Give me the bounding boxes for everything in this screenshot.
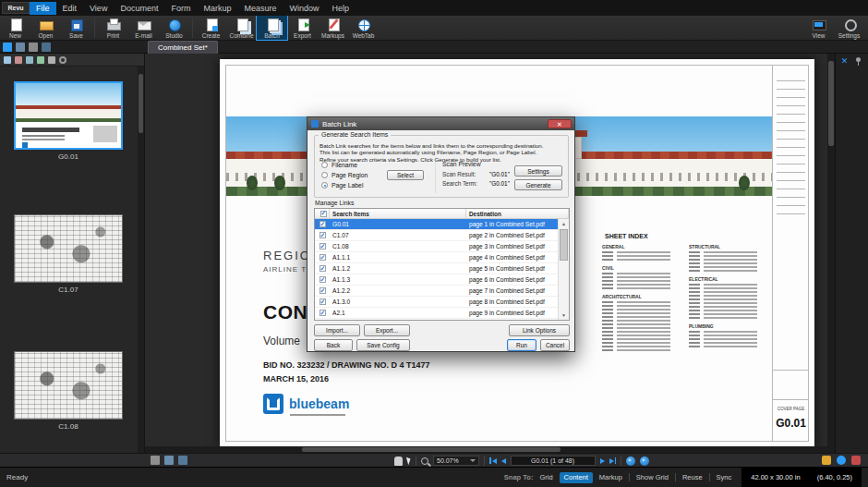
row-checkbox[interactable] bbox=[319, 232, 326, 238]
row-checkbox[interactable] bbox=[319, 243, 326, 250]
previous-view-icon[interactable] bbox=[626, 457, 635, 466]
import-button[interactable]: Import... bbox=[314, 324, 360, 336]
select-icon[interactable] bbox=[406, 457, 412, 466]
last-page-button[interactable] bbox=[609, 457, 617, 464]
split-view-icon[interactable] bbox=[178, 456, 187, 465]
link-row-a2-1[interactable]: A2.1page 9 in Combined Set.pdf bbox=[315, 308, 558, 319]
print-button[interactable]: Print bbox=[98, 16, 128, 40]
next-view-icon[interactable] bbox=[640, 457, 649, 466]
select-region-button[interactable]: Select bbox=[387, 170, 424, 180]
new-button[interactable]: New bbox=[0, 16, 30, 40]
document-status-icon[interactable] bbox=[822, 456, 831, 465]
menu-markup[interactable]: Markup bbox=[197, 2, 237, 15]
pan-icon[interactable] bbox=[394, 457, 403, 466]
link-row-c1-07[interactable]: C1.07page 2 in Combined Set.pdf bbox=[315, 230, 558, 241]
rotate-left-icon[interactable] bbox=[26, 56, 33, 64]
row-checkbox[interactable] bbox=[319, 310, 326, 316]
revu-logo[interactable]: Revu bbox=[2, 2, 30, 14]
zoom-icon[interactable] bbox=[421, 457, 428, 465]
row-checkbox[interactable] bbox=[319, 254, 326, 261]
link-options-button[interactable]: Link Options bbox=[509, 324, 570, 336]
link-row-a1-3-0[interactable]: A1.3.0page 8 in Combined Set.pdf bbox=[315, 297, 558, 308]
zoom-level-dropdown[interactable]: 50.07% bbox=[433, 456, 479, 466]
horizontal-scrollbar[interactable] bbox=[145, 446, 835, 453]
menu-measure[interactable]: Measure bbox=[237, 2, 283, 15]
menu-edit[interactable]: Edit bbox=[56, 2, 84, 15]
show-grid-toggle[interactable]: Show Grid bbox=[636, 473, 669, 481]
rotate-right-icon[interactable] bbox=[37, 56, 44, 64]
link-row-g0-01[interactable]: G0.01page 1 in Combined Set.pdf bbox=[315, 219, 558, 230]
link-row-a1-1-1[interactable]: A1.1.1page 4 in Combined Set.pdf bbox=[315, 252, 558, 263]
scrollbar-thumb[interactable] bbox=[560, 229, 568, 261]
reuse-toggle[interactable]: Reuse bbox=[682, 473, 703, 481]
thumbnail-c1-07[interactable]: C1.07 bbox=[14, 214, 123, 294]
file-access-panel-icon[interactable] bbox=[16, 43, 25, 52]
row-checkbox[interactable] bbox=[319, 221, 326, 227]
menu-window[interactable]: Window bbox=[283, 2, 325, 15]
thumbnails-panel-icon[interactable] bbox=[29, 43, 38, 52]
studio-button[interactable]: Studio bbox=[159, 16, 189, 40]
single-page-mode-icon[interactable] bbox=[151, 456, 160, 465]
export-button[interactable]: Export bbox=[287, 16, 318, 40]
row-checkbox[interactable] bbox=[319, 298, 326, 305]
scroll-up-arrow[interactable] bbox=[559, 219, 569, 228]
markups-button[interactable]: Markups bbox=[318, 16, 348, 40]
generate-button[interactable]: Generate bbox=[514, 179, 562, 190]
link-row-a1-2-2[interactable]: A1.2.2page 7 in Combined Set.pdf bbox=[315, 286, 558, 297]
insert-page-icon[interactable] bbox=[4, 56, 11, 64]
dialog-title-bar[interactable]: Batch Link bbox=[307, 117, 574, 130]
link-row-a1-1-2[interactable]: A1.1.2page 5 in Combined Set.pdf bbox=[315, 263, 558, 274]
menu-document[interactable]: Document bbox=[114, 2, 164, 15]
scroll-down-arrow[interactable] bbox=[559, 310, 569, 320]
dialog-close-button[interactable] bbox=[548, 119, 572, 128]
panel-gear-icon[interactable] bbox=[59, 56, 66, 64]
thumbnail-g0-01[interactable]: G0.01 bbox=[14, 81, 123, 161]
back-button[interactable]: Back bbox=[314, 339, 353, 351]
webtab-button[interactable]: WebTab bbox=[348, 16, 379, 40]
pin-panel-icon[interactable] bbox=[854, 57, 862, 66]
save-config-button[interactable]: Save Config bbox=[356, 339, 410, 351]
properties-panel-icon[interactable] bbox=[3, 43, 12, 52]
scrollbar-thumb[interactable] bbox=[139, 74, 143, 133]
batch-button[interactable]: Batch bbox=[257, 16, 287, 40]
column-destination[interactable]: Destination bbox=[466, 209, 569, 218]
menu-help[interactable]: Help bbox=[325, 2, 356, 15]
snap-markup-toggle[interactable]: Markup bbox=[599, 473, 622, 481]
first-page-button[interactable] bbox=[489, 457, 497, 464]
menu-file[interactable]: File bbox=[30, 2, 56, 15]
alerts-icon[interactable] bbox=[851, 456, 861, 465]
create-button[interactable]: Create bbox=[196, 16, 226, 40]
previous-page-button[interactable] bbox=[501, 458, 506, 464]
view-button[interactable]: View bbox=[803, 16, 834, 41]
cancel-button[interactable]: Cancel bbox=[540, 339, 570, 351]
e-mail-button[interactable]: E-mail bbox=[128, 16, 159, 40]
column-search-items[interactable]: Search Items bbox=[330, 209, 466, 218]
select-all-checkbox[interactable] bbox=[320, 211, 327, 217]
table-header[interactable]: Search Items Destination bbox=[315, 209, 569, 219]
sync-toggle[interactable]: Sync bbox=[717, 473, 732, 481]
menu-view[interactable]: View bbox=[83, 2, 114, 15]
snap-grid-toggle[interactable]: Grid bbox=[539, 473, 552, 481]
tab-combined-set[interactable]: Combined Set* bbox=[148, 41, 218, 54]
scrollbar-thumb[interactable] bbox=[302, 447, 561, 452]
settings-button[interactable]: Settings bbox=[514, 165, 562, 177]
next-page-button[interactable] bbox=[600, 458, 605, 464]
export-button[interactable]: Export... bbox=[364, 324, 410, 336]
radio-filename[interactable]: Filename bbox=[321, 160, 368, 170]
select-all-checkbox-cell[interactable] bbox=[315, 209, 330, 218]
bookmarks-panel-icon[interactable] bbox=[42, 43, 51, 52]
row-checkbox[interactable] bbox=[319, 276, 326, 283]
thumbnail-c1-08[interactable]: C1.08 bbox=[14, 351, 123, 431]
close-panel-icon[interactable] bbox=[839, 56, 850, 67]
table-scrollbar[interactable] bbox=[558, 219, 569, 320]
menu-form[interactable]: Form bbox=[164, 2, 197, 15]
radio-page-label[interactable]: Page Label bbox=[321, 180, 368, 190]
thumbnails-scrollbar[interactable] bbox=[138, 67, 144, 453]
combine-button[interactable]: Combine bbox=[226, 16, 257, 40]
save-button[interactable]: Save bbox=[61, 16, 91, 40]
settings-button[interactable]: Settings bbox=[834, 16, 864, 41]
scrollbar-thumb[interactable] bbox=[828, 61, 834, 146]
row-checkbox[interactable] bbox=[319, 265, 326, 272]
run-button[interactable]: Run bbox=[507, 339, 536, 351]
user-profile-icon[interactable] bbox=[837, 456, 846, 465]
